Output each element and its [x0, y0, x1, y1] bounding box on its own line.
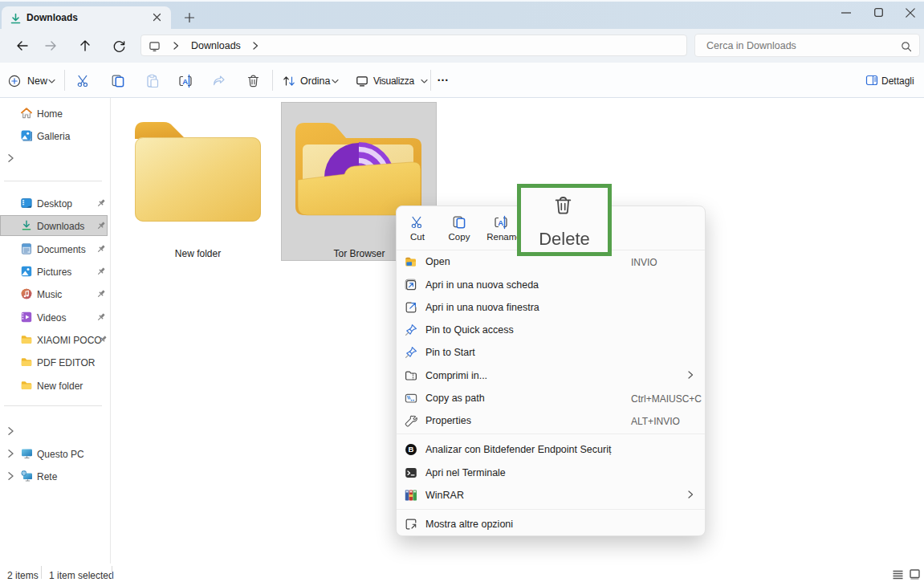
svg-text:A: A [498, 218, 503, 227]
svg-text:B: B [409, 445, 414, 454]
svg-text:A: A [182, 77, 188, 86]
